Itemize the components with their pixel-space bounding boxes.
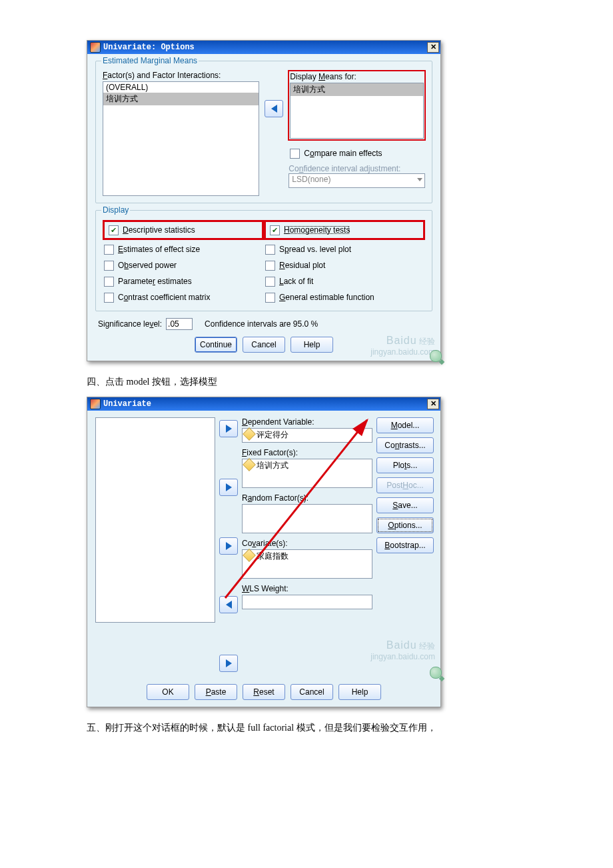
- caption-step4: 四、点击 model 按钮，选择模型: [87, 373, 526, 390]
- scale-var-icon: [243, 458, 256, 471]
- close-icon[interactable]: ✕: [427, 42, 439, 53]
- cancel-button[interactable]: Cancel: [291, 684, 333, 700]
- random-box[interactable]: [242, 504, 372, 533]
- app-icon: [90, 399, 101, 409]
- compare-main-check[interactable]: Compare main effects: [289, 147, 425, 160]
- paste-button[interactable]: Paste: [195, 684, 237, 700]
- fixed-label: Fixed Factor(s):: [242, 448, 372, 457]
- options-dialog: Univariate: Options ✕ Estimated Marginal…: [87, 40, 441, 361]
- residual-plot-check[interactable]: Residual plot: [264, 259, 425, 272]
- wls-box[interactable]: [242, 595, 372, 609]
- move-dep-button[interactable]: [219, 420, 238, 437]
- dialog-title: Univariate: Options: [103, 43, 195, 52]
- ci-adjust-label: Confidence interval adjustment:: [289, 164, 425, 173]
- cancel-button[interactable]: Cancel: [243, 337, 285, 353]
- random-label: Random Factor(s):: [242, 493, 372, 503]
- spread-level-check[interactable]: Spread vs. level plot: [264, 243, 425, 256]
- cov-label: Covariate(s):: [242, 539, 372, 548]
- display-means-list[interactable]: 培训方式: [290, 83, 424, 139]
- plots-button[interactable]: Plots...: [376, 457, 434, 473]
- gest-func-check[interactable]: General estimable function: [264, 291, 425, 304]
- fixed-box[interactable]: 培训方式: [242, 459, 372, 488]
- close-icon[interactable]: ✕: [427, 399, 439, 409]
- move-left-button[interactable]: [265, 100, 283, 117]
- ci-adjust-dropdown: LSD(none): [289, 173, 425, 188]
- observed-power-check[interactable]: Observed power: [103, 259, 264, 272]
- sig-label: Significance level:: [98, 319, 162, 329]
- help-button[interactable]: Help: [338, 684, 381, 700]
- group-emm: Estimated Marginal Means Factor(s) and F…: [95, 61, 432, 203]
- list-item[interactable]: 培训方式: [291, 83, 423, 96]
- dep-box[interactable]: 评定得分: [242, 428, 372, 443]
- move-wls-button[interactable]: [219, 655, 238, 672]
- lack-fit-check[interactable]: Lack of fit: [264, 275, 425, 288]
- posthoc-button[interactable]: Post Hoc...: [376, 477, 434, 493]
- list-item[interactable]: 培训方式: [103, 93, 259, 105]
- arrow-right-icon: [226, 659, 232, 667]
- arrow-left-icon: [226, 601, 232, 609]
- title-bar[interactable]: Univariate: Options ✕: [87, 41, 440, 54]
- options-button[interactable]: Options...: [376, 517, 434, 533]
- save-button[interactable]: Save...: [376, 497, 434, 513]
- factors-label: Factor(s) and Factor Interactions:: [103, 71, 259, 80]
- factors-list[interactable]: (OVERALL) 培训方式: [103, 81, 259, 196]
- scale-var-icon: [243, 549, 256, 562]
- dep-label: Dependent Variable:: [242, 417, 372, 427]
- help-button[interactable]: Help: [291, 337, 333, 353]
- move-cov-button[interactable]: [219, 596, 238, 613]
- move-random-button[interactable]: [219, 537, 238, 555]
- param-est-check[interactable]: Parameter estimates: [103, 275, 264, 288]
- wls-label: WLS Weight:: [242, 584, 372, 593]
- desc-stats-check[interactable]: ✔ Descriptive statistics: [107, 223, 197, 237]
- model-button[interactable]: Model...: [376, 417, 434, 433]
- dialog-title: Univariate: [103, 399, 151, 409]
- cov-box[interactable]: 家庭指数: [242, 549, 372, 579]
- univariate-dialog: Univariate ✕ Dependent Variable: 评定得分 Fi…: [87, 397, 441, 707]
- magnifier-icon: [430, 350, 442, 362]
- reset-button[interactable]: Reset: [243, 684, 285, 700]
- display-means-label: Display Means for:: [290, 72, 424, 81]
- arrow-right-icon: [226, 483, 232, 491]
- move-fixed-button[interactable]: [219, 479, 238, 496]
- sig-input[interactable]: [166, 318, 193, 330]
- source-var-list[interactable]: [95, 417, 215, 623]
- group-display: Display ✔ Descriptive statistics Estimat…: [95, 210, 432, 311]
- arrow-right-icon: [226, 542, 232, 550]
- arrow-right-icon: [226, 425, 232, 433]
- arrow-left-icon: [271, 105, 277, 113]
- magnifier-icon: [430, 667, 442, 679]
- ci-text: Confidence intervals are 95.0 %: [205, 319, 318, 329]
- group-emm-title: Estimated Marginal Means: [101, 56, 199, 65]
- ok-button[interactable]: OK: [147, 684, 189, 700]
- bootstrap-button[interactable]: Bootstrap...: [376, 537, 434, 553]
- contrasts-button[interactable]: Contrasts...: [376, 437, 434, 453]
- contrast-matrix-check[interactable]: Contrast coefficient matrix: [103, 291, 264, 304]
- effect-size-check[interactable]: Estimates of effect size: [103, 243, 264, 256]
- group-display-title: Display: [101, 205, 130, 215]
- caption-step5: 五、刚打开这个对话框的时候，默认是 full factorial 模式，但是我们…: [87, 719, 526, 736]
- title-bar[interactable]: Univariate ✕: [87, 397, 440, 411]
- app-icon: [90, 42, 101, 53]
- homogeneity-check[interactable]: ✔ Homogeneity tests: [269, 223, 351, 237]
- continue-button[interactable]: Continue: [195, 337, 237, 353]
- scale-var-icon: [243, 427, 256, 441]
- list-item[interactable]: (OVERALL): [103, 82, 259, 93]
